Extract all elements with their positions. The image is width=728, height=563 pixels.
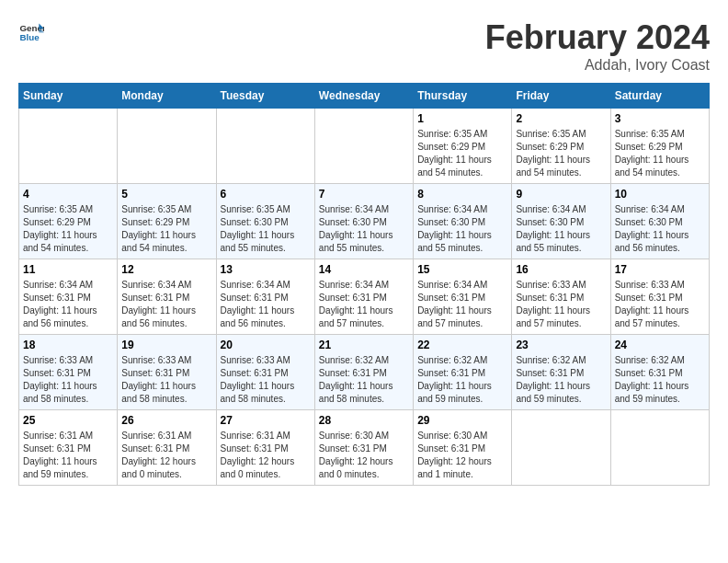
day-number: 26	[121, 414, 211, 427]
day-info: Sunrise: 6:32 AM Sunset: 6:31 PM Dayligh…	[417, 354, 507, 406]
calendar-week-4: 25Sunrise: 6:31 AM Sunset: 6:31 PM Dayli…	[19, 410, 710, 486]
day-info: Sunrise: 6:34 AM Sunset: 6:31 PM Dayligh…	[221, 279, 311, 330]
day-info: Sunrise: 6:30 AM Sunset: 6:31 PM Dayligh…	[417, 430, 507, 481]
calendar-cell: 3Sunrise: 6:35 AM Sunset: 6:29 PM Daylig…	[610, 109, 709, 184]
page-header: General Blue February 2024 Addah, Ivory …	[18, 18, 710, 74]
day-number: 8	[417, 188, 507, 201]
day-number: 29	[417, 414, 507, 427]
day-info: Sunrise: 6:35 AM Sunset: 6:29 PM Dayligh…	[23, 203, 113, 255]
col-header-monday: Monday	[118, 84, 216, 109]
calendar-cell: 24Sunrise: 6:32 AM Sunset: 6:31 PM Dayli…	[610, 335, 709, 410]
day-number: 17	[615, 263, 705, 276]
day-number: 12	[121, 263, 211, 276]
col-header-tuesday: Tuesday	[216, 84, 314, 109]
calendar-cell: 28Sunrise: 6:30 AM Sunset: 6:31 PM Dayli…	[314, 410, 413, 486]
day-info: Sunrise: 6:30 AM Sunset: 6:31 PM Dayligh…	[319, 430, 409, 481]
day-number: 10	[615, 188, 705, 201]
svg-text:Blue: Blue	[19, 32, 40, 42]
day-info: Sunrise: 6:34 AM Sunset: 6:31 PM Dayligh…	[319, 279, 409, 330]
calendar-cell: 13Sunrise: 6:34 AM Sunset: 6:31 PM Dayli…	[216, 259, 314, 335]
day-info: Sunrise: 6:32 AM Sunset: 6:31 PM Dayligh…	[319, 354, 409, 406]
day-info: Sunrise: 6:31 AM Sunset: 6:31 PM Dayligh…	[121, 430, 211, 481]
day-number: 13	[221, 263, 311, 276]
calendar-cell	[610, 410, 709, 486]
col-header-wednesday: Wednesday	[314, 84, 413, 109]
calendar-cell: 5Sunrise: 6:35 AM Sunset: 6:29 PM Daylig…	[118, 184, 216, 259]
day-info: Sunrise: 6:34 AM Sunset: 6:30 PM Dayligh…	[615, 203, 705, 255]
day-info: Sunrise: 6:31 AM Sunset: 6:31 PM Dayligh…	[23, 430, 113, 481]
calendar-cell: 27Sunrise: 6:31 AM Sunset: 6:31 PM Dayli…	[216, 410, 314, 486]
col-header-thursday: Thursday	[414, 84, 512, 109]
day-number: 27	[221, 414, 311, 427]
day-number: 16	[516, 263, 606, 276]
calendar-cell: 15Sunrise: 6:34 AM Sunset: 6:31 PM Dayli…	[414, 259, 512, 335]
day-number: 24	[615, 339, 705, 351]
day-number: 14	[319, 263, 409, 276]
calendar-week-2: 11Sunrise: 6:34 AM Sunset: 6:31 PM Dayli…	[19, 259, 710, 335]
calendar-cell: 10Sunrise: 6:34 AM Sunset: 6:30 PM Dayli…	[610, 184, 709, 259]
calendar-cell: 8Sunrise: 6:34 AM Sunset: 6:30 PM Daylig…	[414, 184, 512, 259]
day-info: Sunrise: 6:32 AM Sunset: 6:31 PM Dayligh…	[516, 354, 606, 406]
day-info: Sunrise: 6:35 AM Sunset: 6:30 PM Dayligh…	[221, 203, 311, 255]
day-number: 20	[221, 339, 311, 351]
calendar-table: SundayMondayTuesdayWednesdayThursdayFrid…	[18, 83, 710, 486]
col-header-saturday: Saturday	[610, 84, 709, 109]
calendar-cell	[216, 109, 314, 184]
day-info: Sunrise: 6:33 AM Sunset: 6:31 PM Dayligh…	[23, 354, 113, 406]
calendar-cell: 11Sunrise: 6:34 AM Sunset: 6:31 PM Dayli…	[19, 259, 118, 335]
day-info: Sunrise: 6:34 AM Sunset: 6:30 PM Dayligh…	[417, 203, 507, 255]
day-number: 19	[121, 339, 211, 351]
day-info: Sunrise: 6:33 AM Sunset: 6:31 PM Dayligh…	[121, 354, 211, 406]
calendar-cell	[314, 109, 413, 184]
day-number: 5	[121, 188, 211, 201]
day-number: 22	[417, 339, 507, 351]
day-number: 25	[23, 414, 113, 427]
col-header-sunday: Sunday	[19, 84, 118, 109]
calendar-cell: 1Sunrise: 6:35 AM Sunset: 6:29 PM Daylig…	[414, 109, 512, 184]
calendar-cell: 7Sunrise: 6:34 AM Sunset: 6:30 PM Daylig…	[314, 184, 413, 259]
day-number: 11	[23, 263, 113, 276]
calendar-cell: 22Sunrise: 6:32 AM Sunset: 6:31 PM Dayli…	[414, 335, 512, 410]
day-info: Sunrise: 6:34 AM Sunset: 6:30 PM Dayligh…	[319, 203, 409, 255]
calendar-cell: 4Sunrise: 6:35 AM Sunset: 6:29 PM Daylig…	[19, 184, 118, 259]
day-info: Sunrise: 6:33 AM Sunset: 6:31 PM Dayligh…	[221, 354, 311, 406]
calendar-cell: 14Sunrise: 6:34 AM Sunset: 6:31 PM Dayli…	[314, 259, 413, 335]
calendar-cell: 20Sunrise: 6:33 AM Sunset: 6:31 PM Dayli…	[216, 335, 314, 410]
calendar-cell: 6Sunrise: 6:35 AM Sunset: 6:30 PM Daylig…	[216, 184, 314, 259]
calendar-cell: 23Sunrise: 6:32 AM Sunset: 6:31 PM Dayli…	[512, 335, 610, 410]
day-info: Sunrise: 6:34 AM Sunset: 6:31 PM Dayligh…	[417, 279, 507, 330]
day-number: 28	[319, 414, 409, 427]
calendar-cell: 17Sunrise: 6:33 AM Sunset: 6:31 PM Dayli…	[610, 259, 709, 335]
day-number: 3	[615, 112, 705, 125]
day-number: 7	[319, 188, 409, 201]
day-number: 1	[417, 112, 507, 125]
day-info: Sunrise: 6:35 AM Sunset: 6:29 PM Dayligh…	[121, 203, 211, 255]
calendar-cell	[512, 410, 610, 486]
day-info: Sunrise: 6:35 AM Sunset: 6:29 PM Dayligh…	[417, 128, 507, 179]
month-title: February 2024	[485, 18, 710, 57]
calendar-cell: 26Sunrise: 6:31 AM Sunset: 6:31 PM Dayli…	[118, 410, 216, 486]
title-section: February 2024 Addah, Ivory Coast	[485, 18, 710, 74]
calendar-cell: 16Sunrise: 6:33 AM Sunset: 6:31 PM Dayli…	[512, 259, 610, 335]
day-number: 21	[319, 339, 409, 351]
calendar-cell: 21Sunrise: 6:32 AM Sunset: 6:31 PM Dayli…	[314, 335, 413, 410]
day-number: 9	[516, 188, 606, 201]
day-number: 4	[23, 188, 113, 201]
day-info: Sunrise: 6:34 AM Sunset: 6:30 PM Dayligh…	[516, 203, 606, 255]
day-number: 2	[516, 112, 606, 125]
day-number: 23	[516, 339, 606, 351]
day-info: Sunrise: 6:35 AM Sunset: 6:29 PM Dayligh…	[516, 128, 606, 179]
calendar-cell: 2Sunrise: 6:35 AM Sunset: 6:29 PM Daylig…	[512, 109, 610, 184]
day-info: Sunrise: 6:31 AM Sunset: 6:31 PM Dayligh…	[221, 430, 311, 481]
calendar-cell	[19, 109, 118, 184]
day-info: Sunrise: 6:35 AM Sunset: 6:29 PM Dayligh…	[615, 128, 705, 179]
day-number: 6	[221, 188, 311, 201]
calendar-week-1: 4Sunrise: 6:35 AM Sunset: 6:29 PM Daylig…	[19, 184, 710, 259]
calendar-cell	[118, 109, 216, 184]
calendar-week-0: 1Sunrise: 6:35 AM Sunset: 6:29 PM Daylig…	[19, 109, 710, 184]
logo-icon: General Blue	[18, 18, 44, 44]
day-info: Sunrise: 6:33 AM Sunset: 6:31 PM Dayligh…	[615, 279, 705, 330]
calendar-cell: 25Sunrise: 6:31 AM Sunset: 6:31 PM Dayli…	[19, 410, 118, 486]
col-header-friday: Friday	[512, 84, 610, 109]
day-number: 18	[23, 339, 113, 351]
